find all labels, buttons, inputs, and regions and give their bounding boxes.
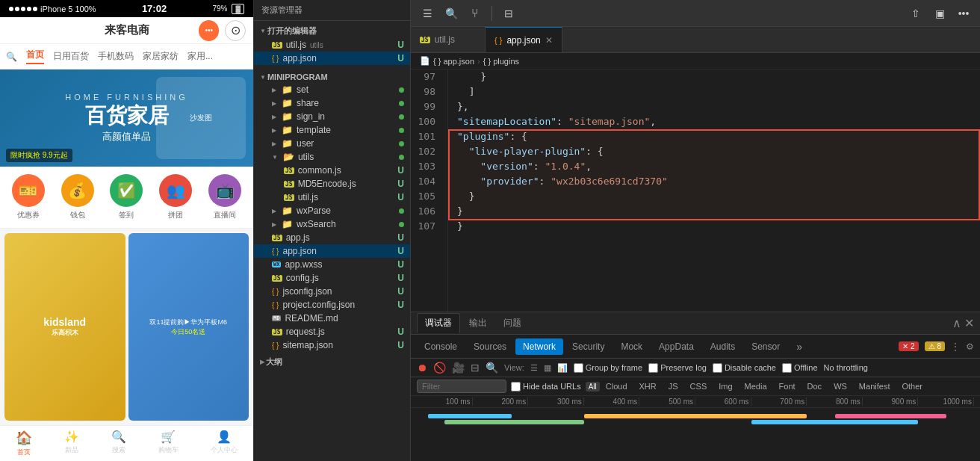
phone-ad-1[interactable]: kidsland 乐高积木 [4, 233, 125, 421]
devtools-tab-debugger[interactable]: 调试器 [417, 313, 460, 333]
phone-icon-coupon[interactable]: 🎫 优惠券 [12, 174, 45, 220]
folder-wxsearch[interactable]: ▶ 📁 wxSearch [254, 217, 410, 231]
toolbar-split-icon[interactable]: ⊟ [498, 3, 519, 24]
filter-other[interactable]: Other [897, 381, 927, 392]
filter-cloud[interactable]: Cloud [601, 381, 632, 392]
phone-ads-row: kidsland 乐高积木 双11提前购▶华为平板M6 今日50名送 [0, 229, 253, 425]
tab-util-js[interactable]: JS util.js [411, 27, 486, 52]
phone-bottom-search[interactable]: 🔍 搜索 [111, 430, 126, 457]
file-app-js[interactable]: JS app.js U [254, 231, 410, 244]
folder-template[interactable]: ▶ 📁 template [254, 123, 410, 137]
devtools-stop-icon[interactable]: 🚫 [433, 362, 446, 374]
devtools-sub-sources[interactable]: Sources [466, 338, 514, 355]
phone-icon-group[interactable]: 👥 拼团 [159, 174, 192, 220]
devtools-filter-icon[interactable]: ⊟ [471, 362, 480, 374]
breadcrumb-segment-2[interactable]: { } plugins [483, 57, 519, 66]
devtools-sub-security[interactable]: Security [565, 338, 612, 355]
devtools-sub-audits[interactable]: Audits [703, 338, 742, 355]
toolbar-menu-icon[interactable]: ☰ [417, 3, 438, 24]
file-app-wxss[interactable]: WX app.wxss U [254, 258, 410, 271]
devtools-view-chart-icon[interactable]: 📊 [557, 363, 568, 373]
phone-bottom-home[interactable]: 🏠 首页 [16, 430, 32, 457]
devtools-sub-more[interactable]: » [789, 338, 810, 356]
code-line-102: "live-player-plugin": { [457, 144, 980, 159]
outline-header[interactable]: ▶ 大纲 [254, 355, 410, 369]
devtools-tab-issues[interactable]: 问题 [496, 314, 529, 332]
group-by-frame-checkbox[interactable]: Group by frame [574, 363, 642, 373]
tab-app-json[interactable]: { } app.json ✕ [486, 27, 562, 52]
devtools-search-icon[interactable]: 🔍 [486, 362, 498, 374]
folder-user[interactable]: ▶ 📁 user [254, 137, 410, 150]
toolbar-upload-icon[interactable]: ⇧ [905, 3, 926, 24]
phone-ad-2[interactable]: 双11提前购▶华为平板M6 今日50名送 [128, 233, 249, 421]
filter-font[interactable]: Font [775, 381, 800, 392]
folder-share[interactable]: ▶ 📁 share [254, 96, 410, 110]
devtools-settings-icon[interactable]: ⚙ [966, 341, 974, 352]
phone-tab-digital[interactable]: 手机数码 [98, 50, 134, 63]
filter-css[interactable]: CSS [686, 381, 712, 392]
phone-nav-scan-btn[interactable]: ⊙ [225, 20, 246, 41]
folder-set[interactable]: ▶ 📁 set [254, 83, 410, 96]
devtools-view-list-icon[interactable]: ☰ [530, 363, 538, 373]
devtools-sub-console[interactable]: Console [417, 338, 465, 355]
open-file-app-json[interactable]: { } app.json U [254, 52, 410, 65]
miniprogram-header[interactable]: ▼ MINIPROGRAM [254, 71, 410, 83]
filter-doc[interactable]: Doc [803, 381, 827, 392]
hide-data-urls-checkbox[interactable]: Hide data URLs [511, 382, 581, 392]
phone-icon-wallet[interactable]: 💰 钱包 [61, 174, 94, 220]
file-util-js[interactable]: JS util.js U [254, 191, 410, 204]
devtools-view-grid-icon[interactable]: ▦ [544, 363, 551, 373]
file-config-js[interactable]: JS config.js U [254, 271, 410, 285]
filter-js[interactable]: JS [664, 381, 683, 392]
devtools-sub-sensor[interactable]: Sensor [744, 338, 787, 355]
filter-manifest[interactable]: Manifest [855, 381, 895, 392]
file-jsconfig-json[interactable]: { } jsconfig.json U [254, 285, 410, 298]
toolbar-search-icon[interactable]: 🔍 [441, 3, 462, 24]
filter-media[interactable]: Media [740, 381, 772, 392]
devtools-sub-mock[interactable]: Mock [613, 338, 650, 355]
devtools-record-icon[interactable]: ⏺ [417, 362, 427, 374]
open-editors-header[interactable]: ▼ 打开的编辑器 [254, 24, 410, 38]
preserve-log-checkbox[interactable]: Preserve log [648, 363, 707, 373]
folder-sign-in[interactable]: ▶ 📁 sign_in [254, 110, 410, 123]
file-request-js[interactable]: JS request.js U [254, 325, 410, 338]
devtools-filter-input[interactable] [417, 380, 506, 393]
breadcrumb-segment-1[interactable]: { } app.json [433, 57, 474, 66]
phone-icon-live[interactable]: 📺 直播间 [208, 174, 241, 220]
file-sitemap-json[interactable]: { } sitemap.json U [254, 338, 410, 352]
phone-nav-menu-btn[interactable]: ••• [199, 20, 219, 41]
offline-checkbox[interactable]: Offline [782, 363, 818, 373]
devtools-collapse-icon[interactable]: ∧ [952, 316, 961, 330]
phone-icon-checkin[interactable]: ✅ 签到 [110, 174, 143, 220]
folder-wxparse[interactable]: ▶ 📁 wxParse [254, 204, 410, 217]
devtools-sub-appdata[interactable]: AppData [651, 338, 701, 355]
file-app-json[interactable]: { } app.json U [254, 244, 410, 258]
devtools-video-icon[interactable]: 🎥 [452, 362, 465, 374]
phone-tab-daily[interactable]: 日用百货 [53, 50, 89, 63]
filter-ws[interactable]: WS [829, 381, 852, 392]
disable-cache-checkbox[interactable]: Disable cache [713, 363, 776, 373]
phone-bottom-cart[interactable]: 🛒 购物车 [158, 430, 179, 457]
code-content[interactable]: } ] }, "sitemapLocation": "sitemap.json"… [448, 69, 980, 312]
filter-xhr[interactable]: XHR [635, 381, 661, 392]
phone-bottom-profile[interactable]: 👤 个人中心 [211, 430, 238, 457]
devtools-more-icon[interactable]: ⋮ [951, 341, 960, 352]
devtools-close-icon[interactable]: ✕ [964, 316, 974, 330]
toolbar-more-icon[interactable]: ••• [953, 3, 974, 24]
toolbar-layout-icon[interactable]: ▣ [929, 3, 950, 24]
file-md5encode-js[interactable]: JS MD5Encode.js U [254, 177, 410, 191]
filter-img[interactable]: Img [714, 381, 736, 392]
devtools-sub-network[interactable]: Network [515, 338, 563, 355]
phone-tab-home-decor[interactable]: 家居家纺 [143, 50, 179, 63]
file-common-js[interactable]: JS common.js U [254, 164, 410, 177]
toolbar-git-icon[interactable]: ⑂ [465, 3, 486, 24]
phone-tab-home[interactable]: 首页 [26, 49, 44, 64]
tab-close-icon[interactable]: ✕ [545, 35, 553, 46]
phone-bottom-new[interactable]: ✨ 新品 [64, 430, 79, 457]
file-project-config-json[interactable]: { } project.config.json U [254, 298, 410, 312]
devtools-tab-output[interactable]: 输出 [462, 314, 494, 332]
folder-utils[interactable]: ▼ 📂 utils [254, 150, 410, 164]
file-readme-md[interactable]: MD README.md [254, 312, 410, 325]
open-file-util-js[interactable]: JS util.js utils U [254, 38, 410, 52]
phone-tab-appliance[interactable]: 家用... [187, 50, 213, 63]
